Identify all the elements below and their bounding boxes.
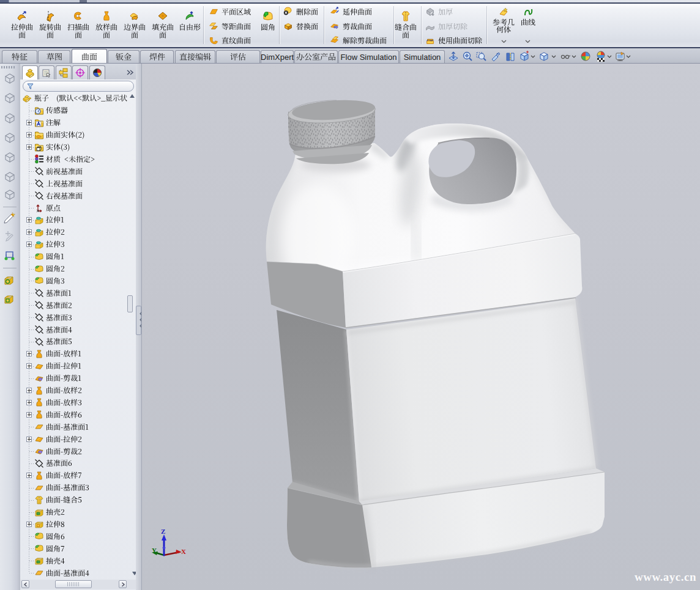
svg-text:Y: Y [152, 547, 157, 554]
svg-text:X: X [181, 548, 186, 555]
svg-text:Z: Z [161, 528, 165, 535]
